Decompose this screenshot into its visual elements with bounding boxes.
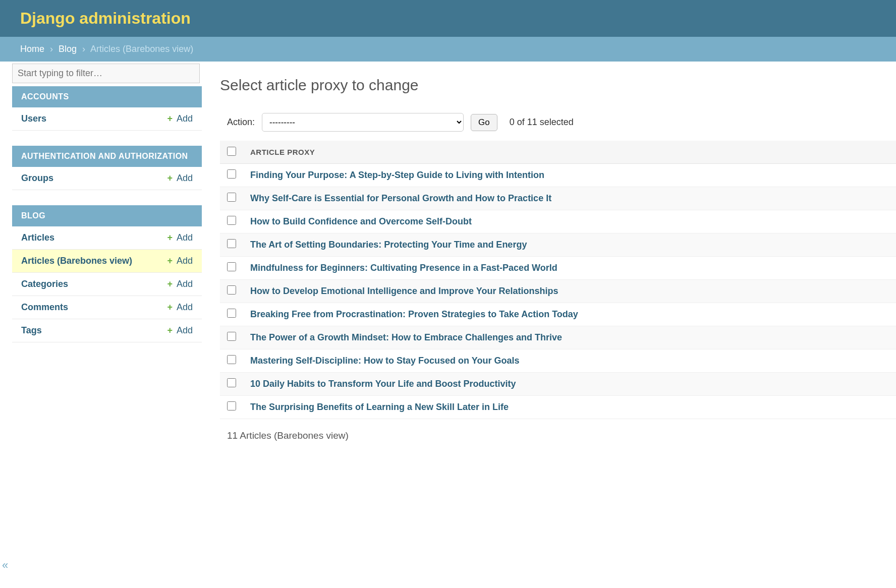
row-link[interactable]: The Surprising Benefits of Learning a Ne…	[250, 402, 509, 412]
sidebar-model-row: Users+ Add	[12, 107, 202, 131]
row-link[interactable]: How to Develop Emotional Intelligence an…	[250, 286, 558, 296]
plus-icon: +	[167, 325, 173, 335]
row-checkbox[interactable]	[227, 262, 236, 271]
action-select[interactable]: ---------	[262, 113, 464, 132]
sidebar-module-caption[interactable]: ACCOUNTS	[12, 86, 202, 107]
sidebar-model-row: Groups+ Add	[12, 167, 202, 190]
sidebar-model-link[interactable]: Articles	[21, 232, 54, 243]
table-row: The Power of a Growth Mindset: How to Em…	[220, 326, 896, 349]
row-link[interactable]: 10 Daily Habits to Transform Your Life a…	[250, 379, 516, 389]
plus-icon: +	[167, 113, 173, 124]
sidebar-add-link[interactable]: + Add	[167, 279, 193, 289]
sidebar-model-row: Categories+ Add	[12, 273, 202, 296]
row-link[interactable]: Finding Your Purpose: A Step-by-Step Gui…	[250, 170, 544, 180]
actions-bar: Action: --------- Go 0 of 11 selected	[220, 113, 896, 132]
go-button[interactable]: Go	[471, 114, 497, 131]
row-checkbox[interactable]	[227, 309, 236, 318]
page-title: Select article proxy to change	[220, 77, 896, 94]
sidebar-module: AUTHENTICATION AND AUTHORIZATIONGroups+ …	[0, 146, 202, 190]
sidebar-model-row: Articles+ Add	[12, 226, 202, 250]
sidebar: ACCOUNTSUsers+ AddAUTHENTICATION AND AUT…	[0, 62, 202, 456]
breadcrumb-separator: ›	[47, 44, 56, 54]
row-checkbox[interactable]	[227, 169, 236, 179]
table-row: Breaking Free from Procrastination: Prov…	[220, 303, 896, 326]
sidebar-add-link[interactable]: + Add	[167, 325, 193, 335]
plus-icon: +	[167, 173, 173, 183]
main-content: Select article proxy to change Action: -…	[202, 62, 896, 456]
breadcrumb-app[interactable]: Blog	[59, 44, 77, 54]
row-checkbox[interactable]	[227, 239, 236, 248]
row-checkbox[interactable]	[227, 332, 236, 341]
row-checkbox[interactable]	[227, 285, 236, 295]
row-checkbox[interactable]	[227, 193, 236, 202]
sidebar-module-caption[interactable]: AUTHENTICATION AND AUTHORIZATION	[12, 146, 202, 167]
selection-count: 0 of 11 selected	[510, 117, 574, 128]
table-row: Mastering Self-Discipline: How to Stay F…	[220, 349, 896, 373]
column-header-article-proxy[interactable]: ARTICLE PROXY	[243, 141, 896, 164]
action-label: Action:	[227, 117, 255, 128]
table-row: The Surprising Benefits of Learning a Ne…	[220, 396, 896, 419]
row-link[interactable]: The Art of Setting Boundaries: Protectin…	[250, 240, 527, 250]
sidebar-add-link[interactable]: + Add	[167, 302, 193, 312]
row-link[interactable]: Mindfulness for Beginners: Cultivating P…	[250, 263, 557, 273]
paginator: 11 Articles (Barebones view)	[220, 419, 896, 441]
sidebar-model-link[interactable]: Articles (Barebones view)	[21, 256, 132, 266]
sidebar-module: BLOGArticles+ AddArticles (Barebones vie…	[0, 205, 202, 342]
sidebar-model-row: Comments+ Add	[12, 296, 202, 319]
row-checkbox[interactable]	[227, 378, 236, 387]
breadcrumbs: Home › Blog › Articles (Barebones view)	[0, 37, 896, 62]
select-all-header	[220, 141, 243, 164]
table-row: Why Self-Care is Essential for Personal …	[220, 187, 896, 210]
sidebar-add-link[interactable]: + Add	[167, 173, 193, 183]
breadcrumb-home[interactable]: Home	[20, 44, 44, 54]
results-table: ARTICLE PROXY Finding Your Purpose: A St…	[220, 141, 896, 419]
row-checkbox[interactable]	[227, 401, 236, 410]
sidebar-model-link[interactable]: Comments	[21, 302, 68, 312]
sidebar-filter-input[interactable]	[12, 64, 200, 83]
sidebar-model-link[interactable]: Categories	[21, 279, 68, 289]
site-title[interactable]: Django administration	[20, 9, 191, 27]
breadcrumb-separator: ›	[79, 44, 88, 54]
table-row: How to Develop Emotional Intelligence an…	[220, 280, 896, 303]
table-row: 10 Daily Habits to Transform Your Life a…	[220, 373, 896, 396]
row-checkbox[interactable]	[227, 216, 236, 225]
plus-icon: +	[167, 279, 173, 289]
sidebar-add-link[interactable]: + Add	[167, 256, 193, 266]
table-row: How to Build Confidence and Overcome Sel…	[220, 210, 896, 233]
plus-icon: +	[167, 232, 173, 243]
breadcrumb-current: Articles (Barebones view)	[90, 44, 193, 54]
sidebar-model-row: Tags+ Add	[12, 319, 202, 342]
sidebar-model-link[interactable]: Groups	[21, 173, 53, 183]
table-row: The Art of Setting Boundaries: Protectin…	[220, 233, 896, 257]
sidebar-model-link[interactable]: Tags	[21, 325, 42, 335]
table-row: Mindfulness for Beginners: Cultivating P…	[220, 257, 896, 280]
plus-icon: +	[167, 302, 173, 312]
sidebar-add-link[interactable]: + Add	[167, 113, 193, 124]
row-checkbox[interactable]	[227, 355, 236, 364]
plus-icon: +	[167, 256, 173, 266]
select-all-checkbox[interactable]	[227, 147, 236, 156]
row-link[interactable]: The Power of a Growth Mindset: How to Em…	[250, 332, 562, 342]
site-header: Django administration	[0, 0, 896, 37]
sidebar-add-link[interactable]: + Add	[167, 232, 193, 243]
sidebar-model-link[interactable]: Users	[21, 113, 46, 124]
row-link[interactable]: Breaking Free from Procrastination: Prov…	[250, 309, 578, 319]
row-link[interactable]: Mastering Self-Discipline: How to Stay F…	[250, 356, 519, 366]
sidebar-module-caption[interactable]: BLOG	[12, 205, 202, 226]
table-row: Finding Your Purpose: A Step-by-Step Gui…	[220, 164, 896, 187]
sidebar-module: ACCOUNTSUsers+ Add	[0, 86, 202, 131]
row-link[interactable]: Why Self-Care is Essential for Personal …	[250, 193, 551, 203]
sidebar-model-row: Articles (Barebones view)+ Add	[12, 250, 202, 273]
row-link[interactable]: How to Build Confidence and Overcome Sel…	[250, 216, 472, 226]
